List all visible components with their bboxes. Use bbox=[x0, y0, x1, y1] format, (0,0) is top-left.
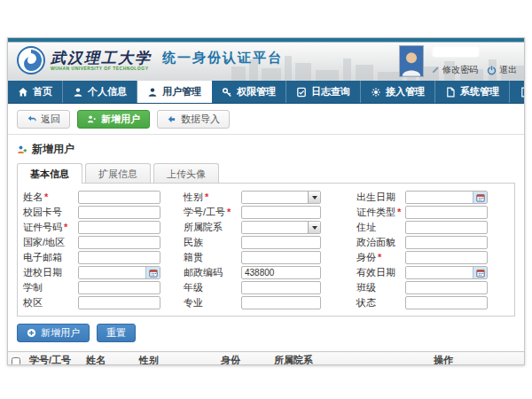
nav-tab-users[interactable]: 用户管理 bbox=[137, 81, 212, 103]
department-input[interactable] bbox=[242, 222, 308, 233]
tab-basic-info[interactable]: 基本信息 bbox=[17, 163, 82, 184]
valid-date-calendar-button[interactable] bbox=[473, 267, 487, 278]
import-arrow-icon bbox=[167, 114, 176, 124]
entry-date-calendar-button[interactable] bbox=[145, 267, 160, 278]
tab-upload-avatar[interactable]: 上传头像 bbox=[153, 163, 219, 184]
nav-tab-label: 接入管理 bbox=[386, 85, 425, 98]
calendar-icon bbox=[149, 269, 158, 278]
department-dropdown-button[interactable] bbox=[308, 222, 320, 233]
nav-tab-logs[interactable]: 日志查询 bbox=[286, 81, 361, 103]
reset-button[interactable]: 重置 bbox=[97, 324, 136, 342]
identity-field: 身份* bbox=[356, 251, 488, 264]
tab-extended-info[interactable]: 扩展信息 bbox=[85, 163, 151, 184]
submit-add-user-button[interactable]: 新增用户 bbox=[17, 324, 90, 342]
log-icon bbox=[296, 87, 307, 98]
nav-tab-profile[interactable]: 个人信息 bbox=[63, 81, 137, 103]
nav-tab-label: 权限管理 bbox=[237, 85, 276, 98]
ethnicity-input[interactable] bbox=[241, 236, 321, 249]
required-asterisk: * bbox=[378, 252, 381, 262]
email-field: 电子邮箱 bbox=[23, 251, 160, 264]
change-password-link[interactable]: 修改密码 bbox=[431, 64, 478, 76]
university-logo-icon bbox=[17, 46, 45, 74]
class-field: 班级 bbox=[356, 281, 488, 294]
campus-field: 校区 bbox=[23, 296, 160, 309]
valid-date-input[interactable] bbox=[406, 267, 473, 278]
entry-date-date-input bbox=[78, 266, 160, 279]
student-id-field: 学号/工号* bbox=[184, 206, 321, 219]
nav-tab-label: 日志查询 bbox=[311, 85, 350, 98]
status-input[interactable] bbox=[405, 296, 488, 309]
postal-code-label: 邮政编码 bbox=[184, 266, 241, 279]
schooling-length-input[interactable] bbox=[78, 281, 160, 294]
data-import-button[interactable]: 数据导入 bbox=[157, 110, 230, 129]
gender-input[interactable] bbox=[242, 192, 308, 203]
table-column-header: 操作 bbox=[430, 352, 524, 366]
calendar-icon bbox=[476, 193, 485, 202]
nav-tab-subscribe[interactable]: 订阅管理 bbox=[510, 81, 525, 103]
nav-tab-label: 用户管理 bbox=[162, 85, 201, 98]
data-import-label: 数据导入 bbox=[181, 113, 220, 126]
key-icon bbox=[222, 87, 232, 98]
id-number-input[interactable] bbox=[78, 221, 160, 234]
back-button-label: 返回 bbox=[41, 113, 60, 126]
campus-input[interactable] bbox=[78, 296, 160, 309]
major-label: 专业 bbox=[184, 296, 241, 309]
birth-date-calendar-button[interactable] bbox=[473, 192, 487, 203]
schooling-length-field: 学制 bbox=[23, 281, 160, 294]
back-button[interactable]: 返回 bbox=[17, 110, 70, 129]
select-all-checkbox[interactable] bbox=[12, 357, 20, 365]
table-column-header: 姓名 bbox=[82, 352, 136, 366]
nav-tabs: 首页个人信息用户管理权限管理日志查询接入管理系统管理订阅管理 bbox=[8, 81, 524, 104]
major-input[interactable] bbox=[241, 296, 321, 309]
country-region-input[interactable] bbox=[78, 236, 160, 249]
person-icon bbox=[73, 87, 83, 98]
document-icon bbox=[520, 87, 525, 98]
name-label: 姓名* bbox=[23, 191, 78, 204]
nav-tab-home[interactable]: 首页 bbox=[8, 81, 63, 103]
id-number-label: 证件号码* bbox=[23, 221, 78, 234]
add-user-toolbar-button[interactable]: 新增用户 bbox=[77, 110, 150, 129]
native-place-label: 籍贯 bbox=[184, 251, 241, 264]
email-label: 电子邮箱 bbox=[23, 251, 78, 264]
student-id-input[interactable] bbox=[241, 206, 321, 219]
nav-tab-access[interactable]: 接入管理 bbox=[361, 81, 435, 103]
form-row: 进校日期邮政编码有效日期 bbox=[23, 266, 514, 279]
grade-input[interactable] bbox=[241, 281, 321, 294]
department-label: 所属院系 bbox=[184, 221, 241, 234]
gender-dropdown-button[interactable] bbox=[308, 192, 320, 203]
ethnicity-label: 民族 bbox=[184, 236, 241, 249]
birth-date-input[interactable] bbox=[406, 192, 473, 203]
postal-code-input[interactable] bbox=[241, 266, 321, 279]
name-input[interactable] bbox=[78, 191, 160, 204]
table-column-header: 学号/工号 bbox=[26, 352, 82, 366]
valid-date-field: 有效日期 bbox=[356, 266, 488, 279]
back-arrow-icon bbox=[27, 114, 36, 124]
reset-button-label: 重置 bbox=[106, 326, 126, 340]
address-input[interactable] bbox=[405, 221, 488, 234]
nav-tab-label: 个人信息 bbox=[88, 85, 127, 98]
campus-card-input[interactable] bbox=[78, 206, 160, 219]
table-column-header: 性别 bbox=[136, 352, 217, 366]
table-header-row: 学号/工号姓名性别身份所属院系操作 bbox=[8, 352, 524, 366]
submit-add-user-label: 新增用户 bbox=[41, 326, 80, 340]
entry-date-input[interactable] bbox=[79, 267, 145, 278]
id-type-input[interactable] bbox=[405, 206, 488, 219]
user-avatar[interactable] bbox=[399, 45, 424, 77]
nav-tab-privilege[interactable]: 权限管理 bbox=[212, 81, 286, 103]
department-select bbox=[241, 221, 321, 234]
nav-tab-system[interactable]: 系统管理 bbox=[435, 81, 510, 103]
postal-code-field: 邮政编码 bbox=[184, 266, 321, 279]
app-window: 武汉理工大学 WUHAN UNIVERSITY OF TECHNOLOGY 统一… bbox=[7, 37, 525, 365]
native-place-input[interactable] bbox=[241, 251, 321, 264]
form-row: 校区专业状态 bbox=[23, 296, 514, 309]
form-actions: 新增用户 重置 bbox=[8, 317, 524, 342]
major-field: 专业 bbox=[184, 296, 321, 309]
identity-input[interactable] bbox=[405, 251, 488, 264]
political-status-input[interactable] bbox=[405, 236, 488, 249]
email-input[interactable] bbox=[78, 251, 160, 264]
required-asterisk: * bbox=[205, 192, 208, 202]
logout-link[interactable]: 退出 bbox=[487, 64, 517, 76]
basic-info-form: 姓名*性别*出生日期校园卡号学号/工号*证件类型*证件号码*所属院系住址国家/地… bbox=[17, 183, 515, 317]
class-input[interactable] bbox=[405, 281, 488, 294]
home-icon bbox=[18, 87, 28, 98]
